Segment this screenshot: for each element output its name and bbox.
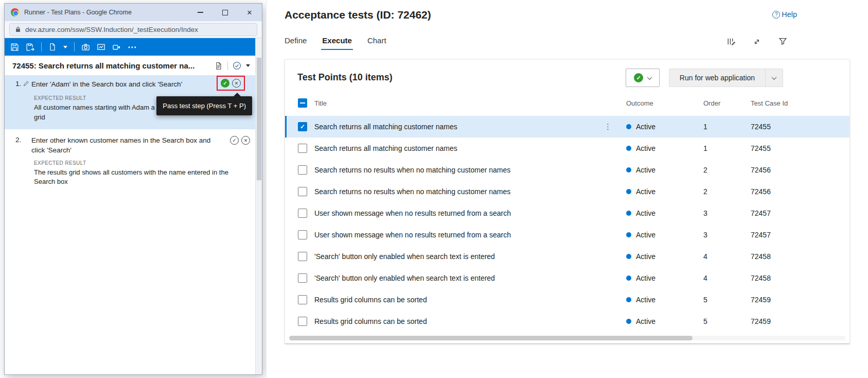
test-step-1[interactable]: 1. Enter 'Adam' in the Search box and cl… xyxy=(5,76,255,129)
minimize-icon xyxy=(198,12,203,13)
close-icon: ✕ xyxy=(247,9,253,16)
step-action-text: Enter 'Adam' in the Search box and click… xyxy=(31,80,217,90)
row-outcome-cell: Active xyxy=(626,187,703,196)
row-outcome: Active xyxy=(636,187,656,196)
document-button[interactable] xyxy=(48,43,57,51)
table-row[interactable]: Search returns all matching customer nam… xyxy=(285,116,849,138)
row-checkbox[interactable] xyxy=(298,230,307,239)
test-case-details-icon[interactable] xyxy=(215,62,223,70)
maximize-button[interactable] xyxy=(212,4,237,21)
camera-button[interactable] xyxy=(81,43,90,51)
row-title: Search returns no results when no matchi… xyxy=(314,187,510,196)
row-checkbox[interactable] xyxy=(298,165,307,175)
table-row[interactable]: Results grid columns can be sorted Activ… xyxy=(285,289,849,311)
fail-step-icon[interactable] xyxy=(241,136,250,145)
screenshot-button[interactable] xyxy=(97,43,105,51)
outcome-pass-icon xyxy=(634,73,643,82)
row-title-cell: Search returns no results when no matchi… xyxy=(314,187,626,196)
record-video-button[interactable] xyxy=(112,43,121,51)
row-title-cell: Search returns no results when no matchi… xyxy=(314,165,626,175)
outcome-active-dot-icon xyxy=(626,167,631,173)
test-case-header: 72455: Search returns all matching custo… xyxy=(5,56,255,76)
address-bar[interactable]: dev.azure.com/ssw/SSW.Induction/_testExe… xyxy=(9,23,257,36)
row-context-menu-icon[interactable] xyxy=(604,122,612,131)
pass-step-icon[interactable] xyxy=(230,136,239,145)
row-checkbox[interactable] xyxy=(298,144,307,153)
fail-step-icon[interactable] xyxy=(232,79,241,88)
close-button[interactable]: ✕ xyxy=(237,4,262,21)
row-checkbox[interactable] xyxy=(298,209,307,218)
mark-outcome-icon[interactable] xyxy=(233,61,241,70)
more-options-button[interactable]: ⋯ xyxy=(128,43,137,51)
test-plans-panel: Acceptance tests (ID: 72462) ? Help Defi… xyxy=(267,0,868,378)
expected-result-label: EXPECTED RESULT xyxy=(34,160,250,166)
table-header: Title Outcome Order Test Case Id xyxy=(285,95,849,111)
table-row[interactable]: Search returns all matching customer nam… xyxy=(285,138,849,159)
outcome-active-dot-icon xyxy=(626,189,631,194)
runner-window: Runner - Test Plans - Google Chrome ✕ de… xyxy=(4,3,262,375)
help-link[interactable]: ? Help xyxy=(772,10,797,19)
row-checkbox[interactable] xyxy=(298,187,307,196)
row-checkbox-cell xyxy=(285,295,314,304)
outcome-active-dot-icon xyxy=(626,211,631,216)
window-titlebar[interactable]: Runner - Test Plans - Google Chrome ✕ xyxy=(5,4,262,21)
column-options-icon xyxy=(727,37,735,46)
lock-icon xyxy=(15,26,21,32)
column-order[interactable]: Order xyxy=(703,99,751,107)
table-row[interactable]: Results grid columns can be sorted Activ… xyxy=(285,311,849,332)
column-options-button[interactable] xyxy=(727,37,735,46)
row-title: 'Search' button only enabled when search… xyxy=(314,274,495,282)
test-points-card: Test Points (10 items) Run for web appli… xyxy=(285,59,850,343)
table-row[interactable]: Search returns no results when no matchi… xyxy=(285,159,849,181)
row-outcome-cell: Active xyxy=(626,123,703,131)
select-all-checkbox[interactable] xyxy=(298,98,307,108)
run-for-web-application-button[interactable]: Run for web application xyxy=(669,68,783,87)
row-outcome: Active xyxy=(636,123,656,131)
table-row[interactable]: 'Search' button only enabled when search… xyxy=(285,246,849,267)
save-and-close-icon xyxy=(26,43,34,51)
test-case-title: 72455: Search returns all matching custo… xyxy=(12,61,211,70)
edit-step-icon[interactable] xyxy=(23,80,29,87)
row-checkbox[interactable] xyxy=(298,317,307,326)
row-checkbox[interactable] xyxy=(298,252,307,261)
row-title-cell: Search returns all matching customer nam… xyxy=(314,144,626,153)
tab-define[interactable]: Define xyxy=(285,36,307,50)
filter-button[interactable] xyxy=(778,37,787,46)
outcome-filter-button[interactable] xyxy=(626,68,660,87)
column-title[interactable]: Title xyxy=(314,99,626,107)
row-test-case-id: 72457 xyxy=(751,231,849,239)
column-outcome[interactable]: Outcome xyxy=(626,99,703,107)
run-button-dropdown[interactable] xyxy=(765,69,783,87)
row-checkbox[interactable] xyxy=(298,295,307,304)
save-button[interactable] xyxy=(10,43,19,51)
save-and-close-button[interactable] xyxy=(26,43,34,51)
fullscreen-button[interactable] xyxy=(753,38,761,46)
outcome-active-dot-icon xyxy=(626,276,631,281)
table-row[interactable]: User shown message when no results retur… xyxy=(285,224,849,246)
test-step-2[interactable]: 2. Enter other known customer names in t… xyxy=(5,132,255,194)
expected-result-line: The results grid shows all customers wit… xyxy=(34,168,231,186)
table-row[interactable]: 'Search' button only enabled when search… xyxy=(285,267,849,289)
table-row[interactable]: Search returns no results when no matchi… xyxy=(285,181,849,202)
outcome-caret-icon[interactable] xyxy=(246,64,250,67)
column-test-case-id[interactable]: Test Case Id xyxy=(751,99,849,107)
row-order: 3 xyxy=(703,231,751,239)
runner-vertical-scrollbar[interactable] xyxy=(255,38,262,374)
row-outcome-cell: Active xyxy=(626,274,703,282)
video-camera-icon xyxy=(112,43,121,51)
scrollbar-thumb[interactable] xyxy=(289,336,693,340)
table-horizontal-scrollbar[interactable] xyxy=(289,336,845,340)
document-dropdown-button[interactable] xyxy=(63,46,67,48)
minimize-button[interactable] xyxy=(188,4,212,21)
table-row[interactable]: User shown message when no results retur… xyxy=(285,202,849,224)
toolbar-separator xyxy=(74,42,75,51)
row-outcome: Active xyxy=(636,252,656,261)
tab-chart[interactable]: Chart xyxy=(367,36,386,50)
row-checkbox[interactable] xyxy=(298,122,307,131)
scrollbar-thumb[interactable] xyxy=(257,58,261,180)
row-title-cell: User shown message when no results retur… xyxy=(314,209,626,218)
tab-execute[interactable]: Execute xyxy=(322,36,352,50)
outcome-active-dot-icon xyxy=(626,297,631,302)
pass-step-icon[interactable] xyxy=(221,79,229,88)
row-checkbox[interactable] xyxy=(298,273,307,283)
